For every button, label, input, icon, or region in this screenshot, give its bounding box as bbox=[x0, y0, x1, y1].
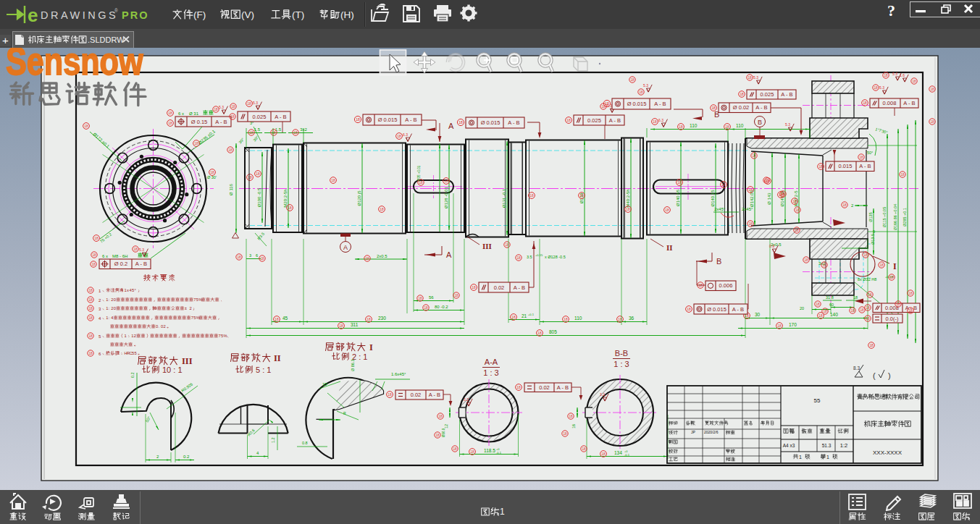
svg-text:18: 18 bbox=[210, 171, 214, 174]
svg-text:18: 18 bbox=[88, 289, 93, 292]
svg-text:51.3: 51.3 bbox=[822, 443, 832, 448]
svg-text:18: 18 bbox=[908, 309, 913, 313]
svg-text:1: 1 bbox=[125, 334, 127, 338]
svg-text:18: 18 bbox=[752, 154, 756, 158]
svg-text:18: 18 bbox=[687, 308, 691, 311]
svg-text:6 x: 6 x bbox=[178, 111, 184, 116]
svg-text:A: A bbox=[343, 244, 348, 251]
svg-text:18: 18 bbox=[388, 393, 392, 397]
svg-text:°: ° bbox=[134, 288, 135, 292]
svg-text:Ø35 +0.01: Ø35 +0.01 bbox=[417, 165, 421, 181]
svg-text:18: 18 bbox=[94, 237, 99, 240]
svg-text:0.02: 0.02 bbox=[539, 384, 550, 391]
svg-text:18: 18 bbox=[92, 253, 96, 257]
svg-text:18: 18 bbox=[569, 415, 573, 418]
svg-text:B: B bbox=[716, 257, 721, 266]
svg-text:18: 18 bbox=[601, 452, 606, 456]
svg-text:1.2: 1.2 bbox=[271, 437, 275, 443]
svg-text:0.008: 0.008 bbox=[883, 100, 897, 106]
svg-text:A: A bbox=[448, 122, 454, 130]
svg-text:A-A: A-A bbox=[485, 358, 498, 366]
svg-text:A - B: A - B bbox=[405, 117, 416, 123]
svg-text:Ø 0.15: Ø 0.15 bbox=[191, 119, 208, 125]
svg-text:55: 55 bbox=[814, 397, 821, 404]
svg-text:18: 18 bbox=[795, 208, 800, 212]
svg-text:18: 18 bbox=[133, 248, 138, 251]
svg-text:18: 18 bbox=[792, 200, 797, 203]
svg-text:56: 56 bbox=[429, 295, 434, 300]
svg-text:Ø 0.015: Ø 0.015 bbox=[378, 117, 398, 123]
svg-text:0: 0 bbox=[114, 297, 116, 302]
svg-text:A - B: A - B bbox=[755, 104, 767, 111]
svg-text:5.3: 5.3 bbox=[785, 122, 790, 127]
svg-text:18: 18 bbox=[605, 101, 609, 106]
svg-text:0.02: 0.02 bbox=[494, 284, 505, 291]
svg-text:18: 18 bbox=[230, 115, 235, 119]
svg-text:A - B: A - B bbox=[781, 91, 792, 98]
svg-text:Ø13.5: Ø13.5 bbox=[871, 234, 875, 245]
svg-text:A - B: A - B bbox=[557, 384, 569, 391]
svg-text:18: 18 bbox=[365, 257, 369, 261]
svg-text:Ø 0.2: Ø 0.2 bbox=[114, 261, 127, 267]
svg-text:II: II bbox=[666, 243, 673, 252]
svg-text:18: 18 bbox=[804, 258, 808, 262]
svg-text:18: 18 bbox=[458, 120, 463, 124]
svg-text:110: 110 bbox=[574, 316, 582, 321]
svg-text:8.3: 8.3 bbox=[853, 365, 860, 371]
svg-text:18: 18 bbox=[630, 78, 635, 82]
svg-text:+0.15: +0.15 bbox=[535, 253, 543, 257]
svg-text:A - B: A - B bbox=[903, 100, 915, 106]
svg-text:I: I bbox=[893, 261, 897, 271]
svg-text:8x Ø32 H8: 8x Ø32 H8 bbox=[858, 277, 876, 282]
svg-text:Ø120 j5: Ø120 j5 bbox=[357, 190, 361, 206]
svg-text:5.3: 5.3 bbox=[892, 72, 897, 76]
svg-text:18: 18 bbox=[529, 194, 534, 198]
svg-text:18: 18 bbox=[470, 450, 474, 454]
svg-text:0: 0 bbox=[114, 306, 116, 310]
svg-text:0.025: 0.025 bbox=[253, 114, 267, 120]
svg-text:16: 16 bbox=[571, 424, 576, 428]
svg-text:18: 18 bbox=[248, 176, 252, 179]
svg-text:18: 18 bbox=[472, 286, 476, 290]
svg-text:6: 6 bbox=[256, 253, 258, 258]
svg-text:18: 18 bbox=[930, 120, 934, 124]
svg-text:18: 18 bbox=[511, 316, 516, 319]
svg-text:0.006: 0.006 bbox=[719, 282, 733, 289]
svg-text:18: 18 bbox=[331, 179, 335, 182]
svg-text:PRO: PRO bbox=[122, 9, 148, 21]
svg-text:2: 2 bbox=[189, 306, 191, 310]
svg-text:18: 18 bbox=[868, 293, 872, 297]
svg-text:60: 60 bbox=[829, 303, 834, 307]
svg-text:XXX-XXXX: XXX-XXXX bbox=[873, 449, 902, 456]
svg-text:(: ( bbox=[873, 371, 876, 380]
svg-text:80 -0.2: 80 -0.2 bbox=[435, 305, 448, 309]
svg-text:18: 18 bbox=[454, 294, 458, 297]
svg-text:3.2: 3.2 bbox=[464, 397, 469, 402]
svg-text:-0.1: -0.1 bbox=[624, 453, 630, 457]
svg-text:18: 18 bbox=[896, 303, 900, 306]
svg-text:M8 - 6H: M8 - 6H bbox=[112, 254, 127, 258]
svg-text:5.3: 5.3 bbox=[879, 85, 884, 90]
svg-text:18: 18 bbox=[516, 256, 521, 260]
svg-text:Ø 0.02: Ø 0.02 bbox=[733, 104, 750, 111]
svg-text:18: 18 bbox=[860, 308, 864, 312]
svg-text:18: 18 bbox=[866, 317, 870, 321]
svg-text:A - B: A - B bbox=[732, 306, 744, 313]
svg-text:5 : 1: 5 : 1 bbox=[256, 365, 271, 374]
svg-text:2x45°: 2x45° bbox=[742, 207, 753, 211]
svg-text:A - B: A - B bbox=[609, 117, 621, 124]
svg-text:5.3: 5.3 bbox=[643, 83, 648, 88]
svg-text:18: 18 bbox=[88, 307, 93, 310]
svg-text:1: 1 bbox=[500, 507, 505, 517]
svg-text:18: 18 bbox=[563, 432, 567, 436]
svg-text:18: 18 bbox=[272, 131, 276, 135]
svg-text:18: 18 bbox=[869, 344, 874, 347]
svg-text:0.02: 0.02 bbox=[411, 392, 422, 398]
svg-text:18: 18 bbox=[88, 334, 93, 338]
svg-text:18: 18 bbox=[842, 203, 847, 207]
svg-text:Ø140.15: Ø140.15 bbox=[711, 190, 715, 207]
svg-text:18: 18 bbox=[88, 298, 93, 302]
svg-text:Ø135: Ø135 bbox=[868, 212, 873, 221]
svg-text:110: 110 bbox=[736, 123, 744, 128]
svg-text:230: 230 bbox=[378, 316, 386, 321]
